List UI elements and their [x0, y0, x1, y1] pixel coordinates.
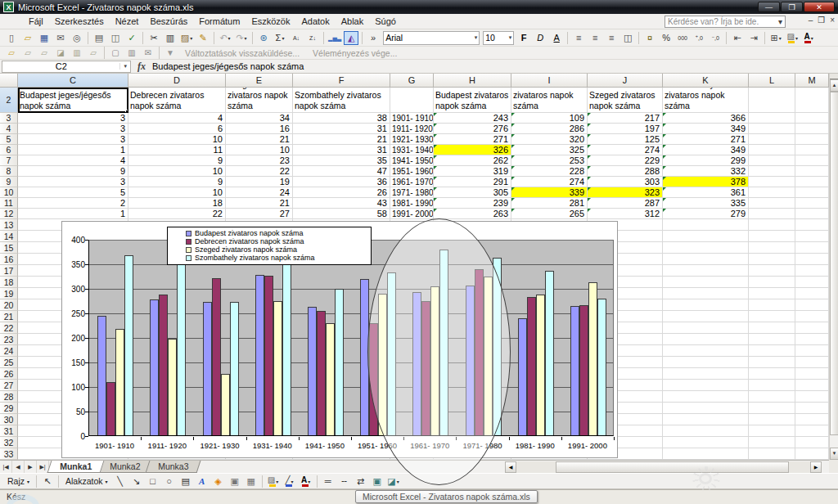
chart-bar[interactable]	[221, 374, 230, 435]
cell-J8[interactable]: 288	[588, 166, 663, 177]
cell-I2[interactable]: Debrecen zivataros napok száma	[511, 88, 588, 113]
cell-H9[interactable]: 291	[434, 177, 511, 187]
cell-C5[interactable]: 3	[18, 134, 128, 145]
spelling-icon[interactable]: ✓	[124, 31, 139, 45]
tasks-icon[interactable]: ▢	[108, 46, 123, 60]
cell-L15[interactable]	[749, 242, 795, 254]
cell-D10[interactable]: 10	[128, 187, 226, 198]
chart-bar[interactable]	[527, 297, 536, 435]
horizontal-scroll-thumb[interactable]	[556, 461, 789, 473]
row-header-19[interactable]: 19	[0, 288, 18, 299]
column-header-H[interactable]: H	[434, 74, 511, 88]
chart-bar[interactable]	[106, 382, 115, 435]
close-button[interactable]: ✕	[804, 2, 835, 12]
folder-import-icon[interactable]: ▱	[37, 46, 52, 60]
cell-M20[interactable]	[795, 299, 829, 311]
folder-chart-icon[interactable]: ◪	[53, 46, 68, 60]
row-header-13[interactable]: 13	[0, 219, 18, 231]
cell-M11[interactable]	[795, 198, 829, 209]
cell-E6[interactable]: 10	[226, 145, 293, 155]
doc-close-button[interactable]: ×	[830, 16, 835, 25]
cell-L30[interactable]	[749, 414, 795, 425]
chart-bar[interactable]	[230, 302, 239, 435]
cell-K6[interactable]: 349	[663, 145, 749, 155]
cell-I4[interactable]: 286	[511, 124, 588, 134]
cell-G8[interactable]: 1951- 1960	[390, 166, 434, 177]
clip-art-icon[interactable]: ▣	[228, 475, 242, 488]
chart-bar[interactable]	[369, 323, 378, 435]
row-header-15[interactable]: 15	[0, 242, 18, 254]
open-icon[interactable]: ▱	[20, 31, 35, 45]
cell-L31[interactable]	[749, 425, 795, 437]
cell-L10[interactable]	[749, 187, 795, 198]
sheet-tab-munka2[interactable]: Munka2	[97, 461, 153, 473]
chart-bar[interactable]	[545, 271, 554, 435]
italic-icon[interactable]: D	[533, 31, 547, 45]
chart-bar[interactable]	[282, 264, 291, 435]
row-header-27[interactable]: 27	[0, 380, 18, 391]
column-header-D[interactable]: D	[128, 74, 226, 88]
chart-bar[interactable]	[387, 272, 396, 435]
cell-D5[interactable]: 10	[128, 134, 226, 145]
cell-M31[interactable]	[795, 425, 829, 437]
cell-G10[interactable]: 1971- 1980	[390, 187, 434, 198]
diagram-icon[interactable]: ◈	[211, 475, 226, 488]
line-style-icon[interactable]: ═	[321, 475, 336, 488]
cell-K8[interactable]: 332	[663, 166, 749, 177]
row-header-7[interactable]: 7	[0, 155, 18, 166]
cell-E12[interactable]: 27	[226, 209, 293, 219]
text-box-icon[interactable]: ▤	[178, 475, 193, 488]
cell-L23[interactable]	[749, 334, 795, 345]
menu-sugo[interactable]: Súgó	[369, 15, 402, 28]
fill-color-icon[interactable]: ▨▾	[266, 475, 281, 488]
cell-M30[interactable]	[795, 414, 829, 425]
cell-K24[interactable]	[663, 345, 749, 357]
increase-decimal-icon[interactable]: ⁺,0	[692, 31, 706, 45]
fill-color-icon[interactable]: ▨▾	[785, 31, 800, 45]
cell-K17[interactable]	[663, 265, 749, 277]
cell-H3[interactable]: 243	[434, 113, 511, 124]
chart-bar[interactable]	[177, 264, 186, 435]
cell-M17[interactable]	[795, 265, 829, 277]
column-header-C[interactable]: C	[18, 74, 128, 88]
cell-C7[interactable]: 4	[18, 155, 128, 166]
copy-icon[interactable]: ▥	[163, 31, 178, 45]
font-name-select[interactable]: Arial ▾	[383, 31, 480, 45]
borders-icon[interactable]: ⊞▾	[768, 31, 783, 45]
cell-C8[interactable]: 9	[18, 166, 128, 177]
cell-J10[interactable]: 323	[588, 187, 663, 198]
cell-K14[interactable]	[663, 231, 749, 242]
cell-L3[interactable]	[749, 113, 795, 124]
cell-H6[interactable]: 326	[434, 145, 511, 155]
chart-bar[interactable]	[466, 286, 475, 435]
cell-C2[interactable]: Budapest jeges/jégesős napok száma	[18, 88, 128, 113]
drawing-toggle-icon[interactable]: ◭	[344, 31, 358, 45]
filter-arrow-icon[interactable]: ▼	[163, 46, 178, 60]
cell-J12[interactable]: 312	[588, 209, 663, 219]
align-center-icon[interactable]: ≡	[588, 31, 602, 45]
chart-bar[interactable]	[264, 276, 273, 435]
row-header-21[interactable]: 21	[0, 311, 18, 322]
envelope-icon[interactable]: ✉	[141, 46, 155, 60]
cell-E2[interactable]: Szeged zivataros napok száma	[226, 88, 293, 113]
menu-eszkozok[interactable]: Eszközök	[246, 15, 295, 28]
chart-bar[interactable]	[597, 299, 606, 435]
row-header-28[interactable]: 28	[0, 391, 18, 403]
cell-K20[interactable]	[663, 299, 749, 311]
cell-J5[interactable]: 125	[588, 134, 663, 145]
chevron-down-icon[interactable]: ▾	[506, 34, 512, 41]
cell-G2[interactable]	[390, 88, 434, 113]
cell-H2[interactable]: Budapest zivataros napok száma	[434, 88, 511, 113]
autosum-icon[interactable]: Σ▾	[273, 31, 287, 45]
row-header-2[interactable]: 2	[0, 88, 18, 113]
cell-L12[interactable]	[749, 209, 795, 219]
cell-M28[interactable]	[795, 391, 829, 403]
chart-bar[interactable]	[308, 307, 317, 435]
cell-I8[interactable]: 228	[511, 166, 588, 177]
insert-picture-icon[interactable]: ▦	[244, 475, 259, 488]
chart-bar[interactable]	[255, 275, 264, 435]
cell-I7[interactable]: 253	[511, 155, 588, 166]
sheet-tab-munka3[interactable]: Munka3	[146, 461, 201, 473]
chart-bar[interactable]	[150, 299, 159, 435]
cell-L4[interactable]	[749, 124, 795, 134]
